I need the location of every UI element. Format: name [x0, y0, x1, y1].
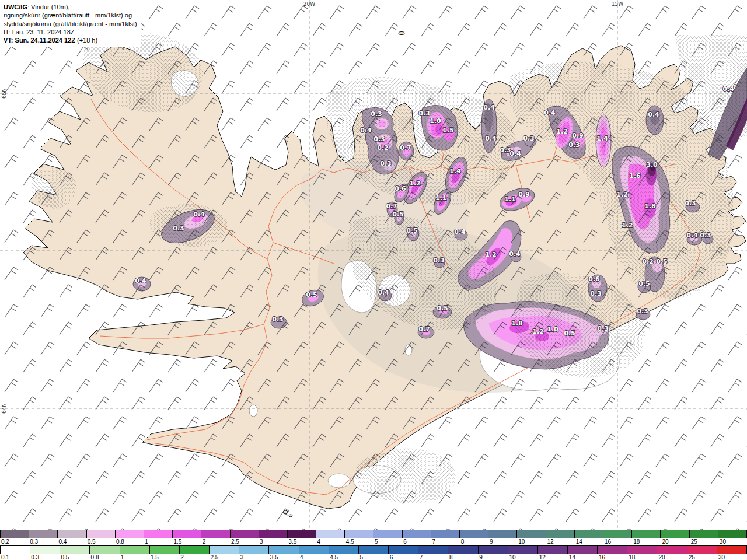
- colorbar-swatch: [269, 546, 299, 554]
- colorbar-value: 3: [259, 538, 287, 545]
- precip-value-label: 0.6: [588, 275, 600, 283]
- precip-value-label: 1.5: [442, 127, 454, 134]
- precip-value-label: 1.4: [596, 135, 608, 142]
- precip-value-label: 0.4: [378, 289, 389, 296]
- colorbar-swatch: [448, 546, 478, 554]
- precip-value-label: 0.5: [406, 227, 418, 235]
- colorbar-swatch: [661, 530, 689, 538]
- precip-value-label: 1.2: [532, 328, 544, 335]
- colorbar-swatch: [345, 530, 374, 538]
- precip-value-label: 0.3: [374, 135, 385, 143]
- precip-value-label: 0.3: [700, 232, 711, 239]
- colorbar-value: 5: [374, 538, 402, 545]
- precip-value-label: 0.4: [686, 232, 698, 239]
- colorbar-value: 16: [603, 538, 632, 545]
- valid-time-offset: (+18 h): [75, 37, 97, 44]
- precip-value-label: 0.3: [637, 307, 648, 315]
- precip-value-label: 0.4: [193, 211, 205, 218]
- colorbar-value: 9: [478, 554, 508, 560]
- precip-value-label: 0.4: [509, 150, 521, 158]
- precip-value-label: 0.7: [400, 144, 411, 152]
- colorbar-swatch: [259, 530, 288, 538]
- colorbar-swatch: [231, 530, 259, 538]
- colorbar-value: 0.8: [90, 554, 120, 560]
- colorbar-swatch: [598, 546, 627, 554]
- colorbar-swatch: [359, 546, 389, 554]
- precip-value-label: 1.2: [485, 251, 497, 258]
- product-code: UWC/IG: [4, 4, 27, 10]
- colorbar-value: 2: [179, 554, 209, 560]
- precip-value-label: 0.3: [433, 257, 445, 264]
- precip-value-label: 0.5: [638, 280, 650, 288]
- precip-value-label: 0.4: [454, 228, 466, 236]
- colorbar-swatch: [538, 546, 568, 554]
- colorbar-value: 5: [358, 554, 388, 560]
- colorbar-value: 1: [144, 538, 172, 545]
- precip-value-label: 0.9: [572, 132, 584, 139]
- colorbar-swatch: [718, 530, 747, 538]
- precip-value-label: 0.3: [597, 325, 609, 332]
- legend-init-time: IT: Lau. 23. 11. 2024 18Z: [4, 28, 137, 36]
- colorbar-value: 0.5: [60, 554, 89, 560]
- precip-value-label: 0.4: [135, 277, 146, 285]
- colorbar-swatch: [288, 530, 316, 538]
- colorbar-swatch: [374, 530, 402, 538]
- colorbar-value: 2.5: [209, 554, 239, 560]
- precip-value-label: 0.5: [306, 291, 317, 299]
- colorbar-value: 12: [538, 554, 568, 560]
- colorbar-value: 2: [201, 538, 230, 545]
- legend-valid-time: VT: Sun. 24.11.2024 12Z (+18 h): [4, 36, 137, 44]
- colorbar-swatch: [316, 530, 345, 538]
- precip-value-label: 0.9: [518, 191, 530, 198]
- colorbar-value: 3.5: [269, 554, 299, 560]
- precip-value-label: 0.5: [437, 304, 448, 312]
- colorbar-swatch: [180, 546, 210, 554]
- legend-line-2: rigning/skúrir (grænt/blátt/rautt - mm/1…: [4, 11, 137, 19]
- colorbar-value: 16: [598, 554, 627, 560]
- map-canvas: 20W15W66N64N: [0, 0, 747, 530]
- colorbar-swatch: [299, 546, 329, 554]
- colorbar-value: 10: [508, 554, 537, 560]
- precip-value-label: 1.4: [449, 167, 461, 175]
- precip-value-label: 1.1: [504, 195, 516, 203]
- colorbar-value: 0.3: [30, 554, 60, 560]
- colorbar-value: 6: [402, 538, 431, 545]
- precip-value-label: 0.2: [642, 258, 654, 265]
- colorbar-value: 0.3: [29, 538, 57, 545]
- precip-value-label: 0.7: [386, 202, 397, 210]
- colorbar-value: 8: [448, 554, 478, 560]
- weather-chart-page: { "header": { "line1_bold": "UWC/IG", "l…: [0, 0, 747, 560]
- colorbar-swatch: [546, 530, 575, 538]
- precip-value-label: 0.4: [509, 250, 521, 258]
- colorbar-value: 30: [718, 538, 747, 545]
- colorbar-swatch: [60, 546, 90, 554]
- colorbar-value: 4: [299, 554, 329, 560]
- precip-value-label: 1.6: [629, 172, 641, 180]
- precip-value-label: 1.2: [556, 128, 568, 135]
- precip-value-label: 0.4: [722, 85, 734, 93]
- colorbar-row-2-swatches: [0, 545, 747, 554]
- precip-value-label: 0.4: [485, 135, 497, 142]
- colorbar-value: 1.5: [172, 538, 201, 545]
- legend-line-1-text: : Vindur (10m),: [27, 4, 70, 10]
- precip-value-label: 0.3: [173, 225, 184, 232]
- precip-value-label: 1.2: [616, 191, 628, 198]
- precip-value-label: 1.0: [430, 117, 441, 125]
- colorbar-swatch: [603, 530, 632, 538]
- colorbar-swatch: [90, 546, 120, 554]
- precip-value-label: 0.4: [360, 127, 372, 134]
- colorbar-swatch: [1, 546, 30, 554]
- colorbar-swatch: [657, 546, 687, 554]
- colorbar-swatch: [389, 546, 418, 554]
- colorbar-value: 0.2: [0, 538, 29, 545]
- colorbar-value: 1.5: [149, 554, 179, 560]
- precip-value-label: 1.2: [409, 180, 421, 187]
- precip-value-label: 1.2: [622, 222, 633, 229]
- precip-value-label: 1.0: [547, 326, 558, 333]
- wind-barbs-layer: [0, 0, 747, 530]
- colorbar-swatch: [690, 530, 718, 538]
- precip-value-label: 0.7: [418, 326, 430, 333]
- colorbar-swatch: [568, 546, 598, 554]
- precip-value-label: 0.4: [483, 104, 495, 111]
- colorbar-value: 9: [488, 538, 517, 545]
